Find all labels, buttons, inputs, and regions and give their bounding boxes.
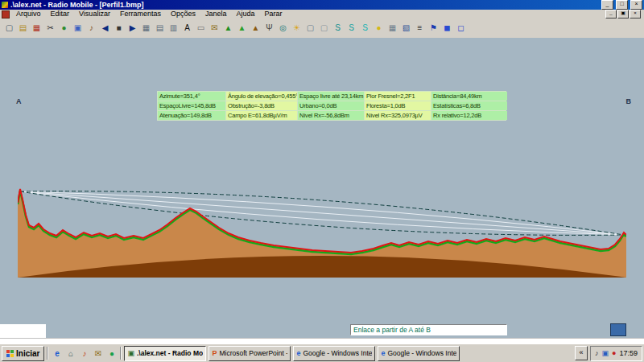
child-close-button[interactable]: × (630, 10, 641, 19)
levels-icon[interactable]: ≡ (413, 20, 427, 36)
new-file-icon[interactable]: ▢ (2, 20, 16, 36)
sun-icon[interactable]: ☀ (290, 20, 303, 36)
status-indicator (610, 323, 626, 336)
task-label: Microsoft PowerPoint - [... (219, 349, 287, 357)
page-copy-icon[interactable]: ▢ (317, 20, 331, 36)
outlook-icon[interactable]: ✉ (92, 348, 104, 360)
media-player-icon[interactable]: ♪ (78, 348, 90, 360)
stat-elevation: Ângulo de elevação=0,455° (226, 92, 297, 101)
show-desktop-icon[interactable]: ⌂ (64, 348, 76, 360)
ie-icon[interactable]: e (51, 348, 63, 360)
menu-item[interactable]: Arquivo (11, 10, 46, 19)
tray-overflow-button[interactable]: « (575, 346, 588, 360)
stat-free-space-loss: EspaçoLivre=145,8dB (158, 101, 225, 110)
page-white-icon[interactable]: ▢ (303, 20, 317, 36)
grid-view-icon[interactable]: ▦ (139, 20, 153, 36)
app-icon (2, 2, 8, 8)
nav-back-icon[interactable]: ◀ (98, 20, 112, 36)
node-icon[interactable]: ● (372, 20, 386, 36)
task-button-google-1[interactable]: e Google - Windows Intern... (293, 346, 375, 361)
globe-icon[interactable]: ● (57, 20, 71, 36)
map-relief-icon[interactable]: ▲ (235, 20, 249, 36)
text-tool-icon[interactable]: A (180, 20, 194, 36)
menu-item[interactable]: Ferramentas (115, 10, 166, 19)
start-button[interactable]: Iniciar (2, 346, 44, 361)
status-left-panel (0, 324, 46, 338)
menu-item[interactable]: Editar (46, 10, 75, 19)
route-1-icon[interactable]: S (331, 20, 345, 36)
start-label: Iniciar (16, 349, 39, 358)
blue-frame-icon[interactable]: ◻ (454, 20, 468, 36)
site-b-label: B (626, 97, 632, 105)
map-terrain-icon[interactable]: ▲ (249, 20, 262, 36)
menu-item[interactable]: Ajuda (231, 10, 259, 19)
antivirus-icon[interactable]: ● (612, 349, 616, 357)
link-profile-chart (18, 44, 626, 278)
system-tray: ♪ ▣ ● 17:59 (590, 346, 642, 361)
network-tray-icon[interactable]: ▣ (602, 349, 609, 357)
windows-logo-icon (6, 350, 14, 357)
task-label: .\alex.net - Radio Mobil... (137, 349, 203, 357)
matrix-icon[interactable]: ▦ (386, 20, 399, 36)
stat-free-space: Espaço livre até 23,14km (298, 92, 364, 101)
maximize-button[interactable]: □ (616, 0, 628, 10)
taskbar-separator (120, 347, 122, 360)
stat-obstruction: Obstrução=-3,8dB (226, 101, 297, 110)
link-statistics-table: Azimute=351,4° Ângulo de elevação=0,455°… (157, 91, 506, 121)
coverage-icon[interactable]: ◎ (276, 20, 290, 36)
task-button-powerpoint[interactable]: P Microsoft PowerPoint - [... (208, 346, 291, 361)
picture-icon[interactable]: ▣ (71, 20, 85, 36)
antenna-icon[interactable]: Ψ (262, 20, 276, 36)
stat-attenuation: Atenuação=149,8dB (158, 111, 225, 120)
stat-statistics: Estatísticas=6,8dB (431, 101, 507, 110)
menu-item[interactable]: Visualizar (74, 10, 115, 19)
stat-azimuth: Azimute=351,4° (158, 92, 225, 101)
profile-view: A B Azimute=351,4° Ângulo de elevação=0,… (0, 38, 644, 338)
mail-icon[interactable]: ✉ (208, 20, 221, 36)
title-bar: .\alex.net - Radio Mobile - [Perfil1.bmp… (0, 0, 644, 10)
child-window-icon (2, 10, 10, 19)
map-green-icon[interactable]: ▲ (221, 20, 235, 36)
status-message: Enlace a partir de A até B (350, 324, 507, 335)
task-label: Google - Windows Intern... (387, 349, 456, 357)
task-button-google-2[interactable]: e Google - Windows Intern... (378, 346, 460, 361)
menu-item[interactable]: Janela (200, 10, 232, 19)
list-view-icon[interactable]: ▤ (153, 20, 167, 36)
minimize-button[interactable]: _ (601, 0, 613, 10)
route-3-icon[interactable]: S (358, 20, 372, 36)
stat-rx-level-dbm: Nível Rx=-56,8dBm (298, 111, 364, 120)
child-minimize-button[interactable]: _ (605, 10, 617, 19)
child-restore-button[interactable]: ▣ (617, 10, 629, 19)
window-title: .\alex.net - Radio Mobile - [Perfil1.bmp… (10, 0, 599, 10)
route-2-icon[interactable]: S (345, 20, 358, 36)
taskbar: Iniciar e ⌂ ♪ ✉ ● ▣ .\alex.net - Radio M… (0, 343, 644, 362)
nav-forward-icon[interactable]: ▶ (126, 20, 139, 36)
stat-e-field: Campo E=61,8dBµV/m (226, 111, 297, 120)
stat-urban: Urbano=0,0dB (298, 101, 364, 110)
map-window-icon[interactable]: ▧ (399, 20, 413, 36)
menu-item[interactable]: Opções (166, 10, 200, 19)
ie-icon: e (381, 349, 385, 357)
open-folder-icon[interactable]: ▤ (16, 20, 30, 36)
toolbar: ▢ ▤ ▦ ✂ ● ▣ ♪ ◀ ■ ▶ ▦ ▤ ▥ A ▭ ✉ ▲ ▲ ▲ Ψ … (0, 19, 644, 39)
volume-icon[interactable]: ♪ (595, 349, 599, 357)
close-button[interactable]: × (630, 0, 642, 10)
task-button-radio-mobile[interactable]: ▣ .\alex.net - Radio Mobil... (124, 346, 206, 361)
quick-launch: e ⌂ ♪ ✉ ● (51, 348, 118, 360)
menu-item[interactable]: Parar (260, 10, 287, 19)
print-icon[interactable]: ▭ (194, 20, 208, 36)
sound-icon[interactable]: ♪ (85, 20, 98, 36)
blue-tool-icon[interactable]: ◼ (440, 20, 454, 36)
stat-rx-relative: Rx relativo=12,2dB (431, 111, 507, 120)
stat-rx-level-uv: Nível Rx=325,0973µV (365, 111, 431, 120)
nav-stop-icon[interactable]: ■ (112, 20, 126, 36)
taskbar-separator (47, 347, 48, 360)
flag-icon[interactable]: ⚑ (427, 20, 440, 36)
taskbar-clock[interactable]: 17:59 (619, 349, 638, 357)
stat-worst-fresnel: Pior Fresnel=2,2F1 (365, 92, 431, 101)
column-view-icon[interactable]: ▥ (167, 20, 180, 36)
msn-icon[interactable]: ● (105, 348, 118, 360)
network-icon[interactable]: ▦ (30, 20, 43, 36)
stat-forest: Floresta=1,0dB (365, 101, 431, 110)
cut-icon[interactable]: ✂ (43, 20, 57, 36)
